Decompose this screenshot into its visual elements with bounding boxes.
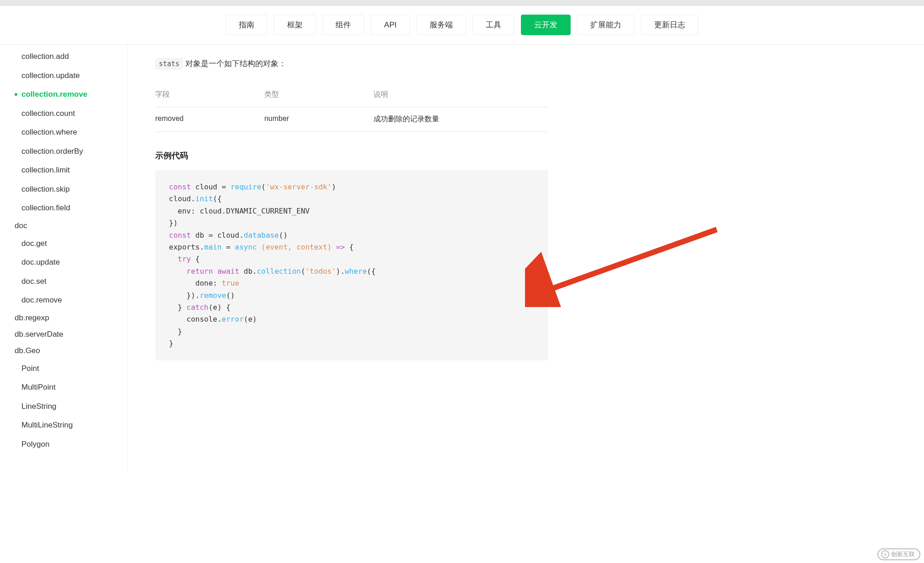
sidebar-item[interactable]: doc.remove bbox=[15, 291, 127, 310]
sidebar-item[interactable]: collection.update bbox=[15, 66, 127, 85]
nav-item-5[interactable]: 工具 bbox=[472, 15, 514, 35]
section-title-example: 示例代码 bbox=[155, 150, 548, 161]
sidebar-item[interactable]: collection.where bbox=[15, 123, 127, 142]
nav-item-6[interactable]: 云开发 bbox=[521, 15, 571, 35]
sidebar-item[interactable]: db.serverDate bbox=[15, 326, 127, 343]
annotation-arrow bbox=[525, 225, 721, 307]
sidebar-item[interactable]: MultiPoint bbox=[15, 378, 127, 397]
sidebar-item[interactable]: collection.count bbox=[15, 104, 127, 123]
sidebar-item[interactable]: collection.limit bbox=[15, 161, 127, 180]
sidebar-item[interactable]: collection.add bbox=[15, 47, 127, 66]
nav-item-7[interactable]: 扩展能力 bbox=[577, 15, 635, 35]
window-topbar bbox=[0, 0, 924, 5]
sidebar-item[interactable]: Point bbox=[15, 359, 127, 378]
sidebar-item[interactable]: doc.set bbox=[15, 272, 127, 291]
th-field: 字段 bbox=[155, 90, 264, 99]
th-type: 类型 bbox=[264, 90, 373, 99]
sidebar-item[interactable]: db.Geo bbox=[15, 343, 127, 359]
table-row: removed number 成功删除的记录数量 bbox=[155, 107, 548, 132]
sidebar: collection.addcollection.updatecollectio… bbox=[0, 45, 128, 472]
svg-line-1 bbox=[539, 229, 717, 293]
nav-item-1[interactable]: 框架 bbox=[274, 15, 316, 35]
sidebar-group-doc[interactable]: doc bbox=[15, 218, 127, 234]
nav-item-0[interactable]: 指南 bbox=[226, 15, 268, 35]
stats-table: 字段 类型 说明 removed number 成功删除的记录数量 bbox=[155, 83, 548, 132]
sidebar-item[interactable]: doc.update bbox=[15, 253, 127, 272]
table-header: 字段 类型 说明 bbox=[155, 83, 548, 107]
th-desc: 说明 bbox=[373, 90, 548, 99]
main-nav: 指南框架组件API服务端工具云开发扩展能力更新日志 bbox=[0, 5, 924, 45]
sidebar-item[interactable]: MultiLineString bbox=[15, 416, 127, 435]
main-content: stats 对象是一个如下结构的对象： 字段 类型 说明 removed num… bbox=[128, 45, 575, 472]
stats-pill: stats bbox=[155, 58, 183, 70]
stats-description: stats 对象是一个如下结构的对象： bbox=[155, 58, 548, 69]
nav-item-3[interactable]: API bbox=[371, 15, 410, 35]
td-desc: 成功删除的记录数量 bbox=[373, 115, 548, 124]
sidebar-item[interactable]: collection.field bbox=[15, 198, 127, 218]
td-type: number bbox=[264, 115, 373, 124]
code-example: const cloud = require('wx-server-sdk') c… bbox=[155, 170, 548, 360]
sidebar-item[interactable]: db.regexp bbox=[15, 310, 127, 326]
nav-item-8[interactable]: 更新日志 bbox=[641, 15, 698, 35]
sidebar-item[interactable]: Polygon bbox=[15, 435, 127, 454]
nav-item-2[interactable]: 组件 bbox=[322, 15, 364, 35]
sidebar-item[interactable]: collection.orderBy bbox=[15, 142, 127, 161]
sidebar-item[interactable]: collection.skip bbox=[15, 180, 127, 199]
sidebar-item[interactable]: LineString bbox=[15, 397, 127, 416]
sidebar-item[interactable]: doc.get bbox=[15, 234, 127, 253]
nav-item-4[interactable]: 服务端 bbox=[416, 15, 466, 35]
td-field: removed bbox=[155, 115, 264, 124]
sidebar-item[interactable]: collection.remove bbox=[15, 85, 127, 104]
